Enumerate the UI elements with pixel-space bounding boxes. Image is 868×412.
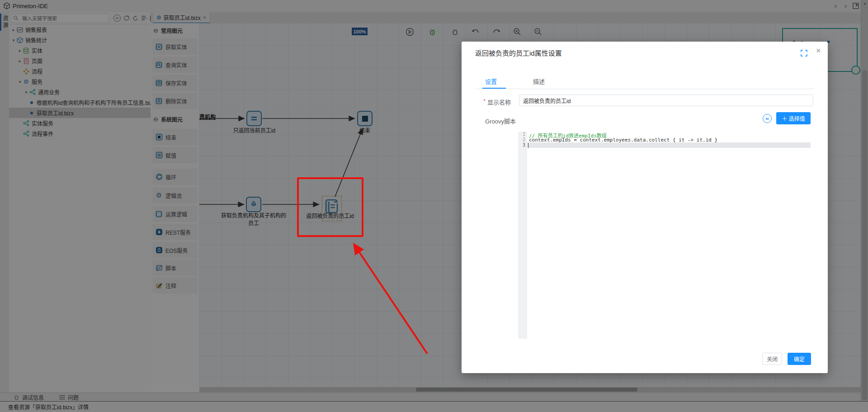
close-icon[interactable]: × bbox=[816, 46, 821, 56]
dialog-title: 返回被负责的员工id属性设置 bbox=[475, 48, 562, 57]
tab-description[interactable]: 描述 bbox=[533, 77, 545, 85]
line-number: 1 bbox=[518, 132, 525, 137]
display-name-input[interactable] bbox=[519, 95, 813, 106]
ai-icon[interactable]: AI bbox=[763, 114, 772, 123]
editor-gutter bbox=[518, 132, 527, 339]
groovy-code-editor[interactable]: 1 2 3 // 所有员工的id放进empIds数组 context.empId… bbox=[518, 132, 811, 339]
line-number: 3 bbox=[518, 142, 525, 147]
active-line-highlight bbox=[527, 142, 811, 148]
select-value-button[interactable]: ＋ 选择值 bbox=[776, 112, 811, 124]
display-name-label: 显示名称 bbox=[487, 98, 511, 106]
primeton-ide-window: Primeton-IDE ‹ › 资源 AI bbox=[0, 0, 868, 412]
line-number: 2 bbox=[518, 137, 525, 142]
dialog-close-button[interactable]: 关闭 bbox=[762, 353, 782, 365]
properties-dialog: 返回被负责的员工id属性设置 × 设置 描述 * 显示名称 Groovy脚本 A… bbox=[462, 42, 828, 373]
text-caret bbox=[528, 143, 528, 148]
annotation-highlight-rect bbox=[297, 177, 363, 237]
tab-divider bbox=[475, 89, 814, 89]
tab-settings[interactable]: 设置 bbox=[485, 77, 497, 85]
expand-icon[interactable] bbox=[801, 50, 808, 57]
dialog-ok-button[interactable]: 确定 bbox=[788, 353, 811, 365]
code-line: context.empIds = context.employees.data.… bbox=[529, 137, 717, 143]
groovy-script-label: Groovy脚本 bbox=[485, 117, 516, 125]
required-mark: * bbox=[483, 98, 486, 104]
